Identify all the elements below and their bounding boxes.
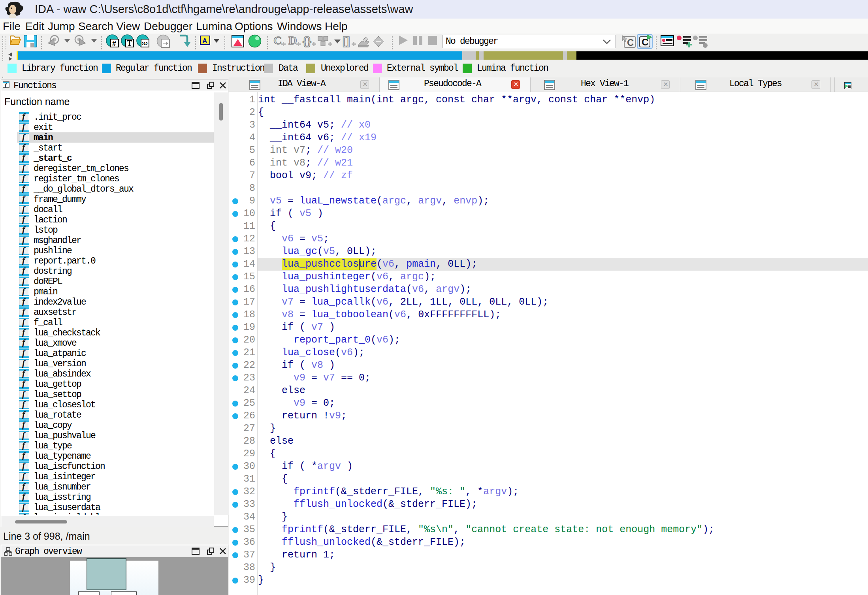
svg-text:D: D: [288, 35, 297, 47]
svg-text:#: #: [112, 40, 116, 47]
svg-text:A: A: [202, 37, 207, 45]
svg-text:T: T: [127, 39, 132, 47]
svg-text:010: 010: [142, 41, 148, 45]
svg-text:[]: []: [343, 35, 350, 47]
svg-text:C: C: [627, 37, 634, 48]
svg-text:{}: {}: [303, 35, 311, 47]
svg-text:C: C: [273, 35, 282, 47]
